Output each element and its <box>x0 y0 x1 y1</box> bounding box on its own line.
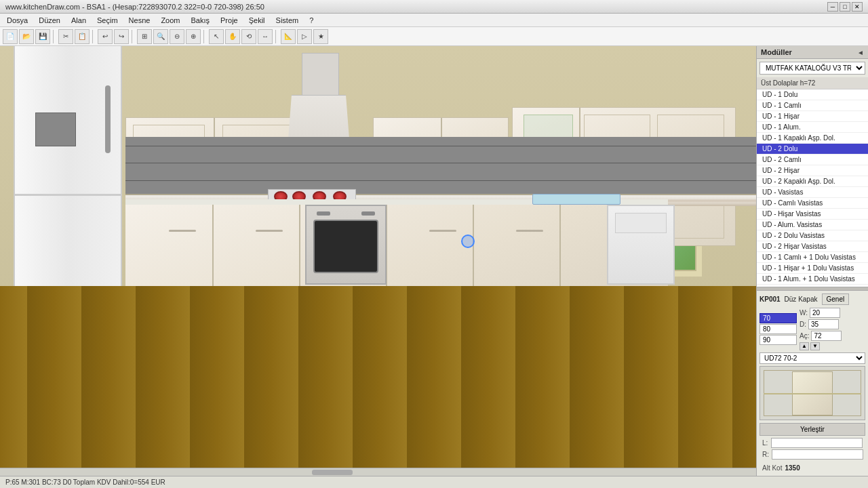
kitchen-scene <box>0 46 756 476</box>
render-button[interactable]: ★ <box>313 29 328 44</box>
menu-item-şekil[interactable]: Şekil <box>245 15 269 26</box>
panel-header: Modüller ◄ <box>757 46 868 59</box>
scrollbar-thumb[interactable] <box>312 470 353 475</box>
cat-item-ud_vasistas[interactable]: UD - Vasistas <box>757 187 868 198</box>
width-btn-70[interactable]: 70 <box>760 313 797 323</box>
fridge-display <box>35 113 76 146</box>
save-button[interactable]: 💾 <box>35 29 50 44</box>
catalog-select[interactable]: MUTFAK KATALOĞU V3 TR - KL <box>760 62 865 75</box>
tile-backsplash <box>125 137 756 198</box>
alt-kot-row: Alt Kot 1350 <box>760 463 865 473</box>
zoom-out-button[interactable]: ⊖ <box>170 29 184 44</box>
toolbar: 📄 📂 💾 ✂ 📋 ↩ ↪ ⊞ 🔍 ⊖ ⊕ ↖ ✋ ⟲ ↔ 📐 ▷ ★ <box>0 27 868 46</box>
menu-bar: DosyaDüzenAlanSeçimNesneZoomBakışProjeŞe… <box>0 14 868 27</box>
cat-item-ud_2doluvasistas[interactable]: UD - 2 Dolu Vasistas <box>757 230 868 241</box>
select-button[interactable]: ↖ <box>209 29 224 44</box>
measure-button[interactable]: 📐 <box>281 29 296 44</box>
general-button[interactable]: Genel <box>822 293 850 305</box>
D-input[interactable] <box>808 319 839 329</box>
cat-item-ud_1hisar[interactable]: UD - 1 Hişar <box>757 111 868 122</box>
oven-window <box>313 220 378 273</box>
menu-item-seçim[interactable]: Seçim <box>93 15 122 26</box>
L-label: L: <box>762 439 768 447</box>
R-input[interactable] <box>772 449 863 460</box>
menu-item-sistem[interactable]: Sistem <box>272 15 303 26</box>
cat-item-ud_1kapakli[interactable]: UD - 1 Kapaklı Aşp. Dol. <box>757 133 868 144</box>
place-button[interactable]: Yerleştir <box>760 423 865 436</box>
cat-item-ud_1alum[interactable]: UD - 1 Alum. <box>757 122 868 133</box>
toolbar-sep-1 <box>53 30 56 43</box>
cat-item-ud_alumvasistas[interactable]: UD - Alum. Vasistas <box>757 220 868 230</box>
model-select[interactable]: UD72 70-2 <box>760 352 865 364</box>
Ac-input[interactable] <box>811 331 842 341</box>
cat-item-ud_1camli1dolu[interactable]: UD - 1 Camlı + 1 Dolu Vasistas <box>757 252 868 263</box>
undo-button[interactable]: ↩ <box>98 29 113 44</box>
cabinet-preview-image <box>792 371 833 415</box>
copy-button[interactable]: 📋 <box>75 29 90 44</box>
minimize-button[interactable]: ─ <box>827 2 838 12</box>
zoom-fit-button[interactable]: ⊞ <box>137 29 152 44</box>
category-list: UD - 1 DoluUD - 1 CamlıUD - 1 HişarUD - … <box>757 89 868 287</box>
move-button[interactable]: ✋ <box>225 29 240 44</box>
cat-item-ud_2dolu[interactable]: UD - 2 Dolu <box>757 144 868 155</box>
width-btn-80[interactable]: 80 <box>760 324 797 334</box>
cat-item-ud_2hisar[interactable]: UD - 2 Hişar <box>757 165 868 176</box>
up-arrow-button[interactable]: ▲ <box>800 342 809 350</box>
cat-item-ud_2kapakli[interactable]: UD - 2 Kapaklı Aşp. Dol. <box>757 176 868 187</box>
lower-cabinets <box>125 199 668 287</box>
cut-button[interactable]: ✂ <box>58 29 73 44</box>
zoom-select-button[interactable]: ⊕ <box>186 29 201 44</box>
R-label: R: <box>762 451 769 458</box>
status-bar: P:65 M:301 BC:73 D0 Toplam KDV Dahil:0=5… <box>0 476 868 488</box>
panel-close-button[interactable]: ◄ <box>857 49 864 56</box>
cat-item-ud_camlivasistas[interactable]: UD - Camlı Vasistas <box>757 198 868 209</box>
menu-item-proje[interactable]: Proje <box>216 15 242 26</box>
close-button[interactable]: ✕ <box>852 2 863 12</box>
new-button[interactable]: 📄 <box>3 29 18 44</box>
cat-item-ud_2camli[interactable]: UD - 2 Camlı <box>757 155 868 165</box>
rotate-button[interactable]: ⟲ <box>241 29 256 44</box>
menu-item-dosya[interactable]: Dosya <box>3 15 32 26</box>
cat-item-ud_1dolu[interactable]: UD - 1 Dolu <box>757 89 868 100</box>
cat-item-ud_hisarvasistas[interactable]: UD - Hişar Vasistas <box>757 209 868 220</box>
cat-item-ud_1alum1dolu[interactable]: UD - 1 Alum. + 1 Dolu Vasistas <box>757 274 868 285</box>
cat-item-ud_1camli[interactable]: UD - 1 Camlı <box>757 100 868 111</box>
menu-item-zoom[interactable]: Zoom <box>157 15 184 26</box>
cat-item-ud_2hisarvasistas[interactable]: UD - 2 Hişar Vasistas <box>757 241 868 252</box>
alt-kot-label: Alt Kot <box>762 464 782 472</box>
kitchen-sink <box>532 194 620 205</box>
floor <box>0 286 756 476</box>
Ac-label: Aç: <box>800 332 809 340</box>
down-arrow-button[interactable]: ▼ <box>810 342 820 350</box>
menu-item-bakış[interactable]: Bakış <box>187 15 214 26</box>
W-input[interactable] <box>810 308 840 318</box>
L-input[interactable] <box>771 438 863 448</box>
cat-item-ud_1hisar1dolu[interactable]: UD - 1 Hişar + 1 Dolu Vasistas <box>757 263 868 274</box>
window-buttons: ─ □ ✕ <box>827 2 863 12</box>
R-input-row: R: <box>762 449 863 460</box>
redo-button[interactable]: ↪ <box>114 29 129 44</box>
viewport-3d[interactable] <box>0 46 756 476</box>
alt-kot-value: 1350 <box>785 464 800 472</box>
panel-title: Modüller <box>761 48 792 56</box>
3d-button[interactable]: ▷ <box>297 29 312 44</box>
dishwasher <box>607 205 675 285</box>
zoom-in-button[interactable]: 🔍 <box>153 29 168 44</box>
mirror-button[interactable]: ↔ <box>258 29 273 44</box>
toolbar-sep-5 <box>275 30 278 43</box>
L-input-row: L: <box>762 438 863 448</box>
horizontal-scrollbar[interactable] <box>0 468 756 476</box>
fridge-handle <box>105 85 111 153</box>
toolbar-sep-4 <box>203 30 206 43</box>
menu-item-?[interactable]: ? <box>305 15 317 26</box>
category-header-label: Üst Dolaplar h=72 <box>761 79 815 87</box>
oven <box>305 205 387 285</box>
kpd-code: KP001 <box>760 296 781 303</box>
open-button[interactable]: 📂 <box>19 29 34 44</box>
menu-item-alan[interactable]: Alan <box>67 15 90 26</box>
menu-item-düzen[interactable]: Düzen <box>35 15 64 26</box>
width-btn-90[interactable]: 90 <box>760 335 797 345</box>
maximize-button[interactable]: □ <box>840 2 850 12</box>
menu-item-nesne[interactable]: Nesne <box>125 15 155 26</box>
hood-duct <box>302 53 339 97</box>
